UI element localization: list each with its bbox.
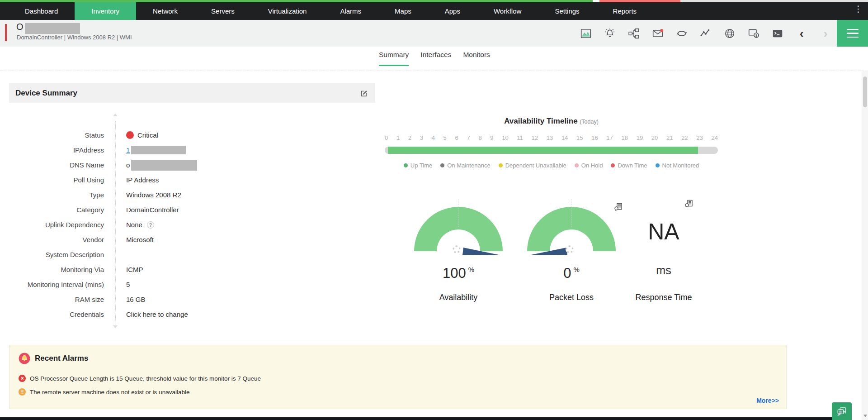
severity-icon: [19, 388, 26, 396]
field-label: Type: [14, 191, 104, 199]
availability-timeline-bar: [385, 147, 718, 154]
timeline-legend: Up Time On Maintenance Dependent Unavail…: [376, 162, 727, 169]
alarm-list: OS Processor Queue Length is 15 Queue, t…: [19, 372, 261, 399]
tab[interactable]: Summary: [379, 51, 409, 66]
hour-label: 11: [517, 134, 523, 141]
nav-item[interactable]: Virtualization: [251, 2, 324, 20]
response-time-label: Response Time: [619, 293, 708, 302]
nav-item[interactable]: Alarms: [323, 2, 378, 20]
field-row: DNS Name o: [14, 158, 303, 172]
field-value: o: [126, 161, 130, 169]
gauge-hub: [566, 245, 574, 253]
svg-text:$: $: [755, 33, 758, 37]
availability-gauge: 100% Availability: [414, 207, 503, 306]
nav-item[interactable]: Servers: [194, 2, 251, 20]
field-row: Poll Using IP Address: [14, 172, 303, 187]
nav-back-icon[interactable]: ‹: [796, 28, 807, 39]
overflow-menu-icon[interactable]: ⋮: [854, 0, 863, 18]
field-value[interactable]: Click here to change: [126, 310, 188, 318]
web-globe-icon[interactable]: [724, 28, 736, 39]
field-label: Uplink Dependency: [14, 221, 104, 229]
device-subtitle: DomainController | Windows 2008 R2 | WMI: [17, 34, 132, 41]
nav-forward-icon[interactable]: ›: [820, 28, 831, 39]
hour-label: 7: [467, 134, 470, 141]
terminal-icon[interactable]: [772, 28, 783, 39]
hour-label: 4: [432, 134, 435, 141]
field-label: RAM size: [14, 296, 104, 303]
hamburger-menu-icon[interactable]: [837, 20, 868, 47]
nav-item[interactable]: Maps: [378, 2, 428, 20]
workflow-icon[interactable]: [628, 28, 640, 39]
field-row: System Description: [14, 247, 303, 262]
hour-label: 18: [622, 134, 628, 141]
field-label: System Description: [14, 251, 104, 258]
collapse-up-icon[interactable]: [113, 114, 118, 116]
hour-label: 17: [606, 134, 613, 141]
device-summary-fields: Status Critical IPAddress 1 DNS Name: [14, 128, 303, 322]
field-label: Status: [14, 131, 104, 139]
legend-item: Dependent Unavailable: [499, 162, 566, 169]
nav-item[interactable]: Apps: [428, 2, 477, 20]
hour-label: 9: [490, 134, 493, 141]
help-icon[interactable]: ?: [147, 221, 154, 229]
main-navbar: DashboardInventoryNetworkServersVirtuali…: [0, 2, 868, 20]
field-row: Status Critical: [14, 128, 303, 143]
report-icon[interactable]: [614, 202, 623, 211]
nav-item[interactable]: Inventory: [75, 2, 136, 20]
hour-label: 15: [576, 134, 583, 141]
nav-item[interactable]: Workflow: [477, 2, 538, 20]
legend-dot: [499, 163, 503, 167]
field-value[interactable]: 1: [126, 146, 130, 154]
packet-loss-gauge: 0% Packet Loss: [527, 207, 616, 306]
response-time-unit: ms: [619, 264, 708, 277]
critical-status-icon: [126, 131, 134, 139]
field-label: IPAddress: [14, 146, 104, 154]
nav-item[interactable]: Reports: [596, 2, 654, 20]
tab[interactable]: Interfaces: [420, 51, 451, 66]
live-chat-button[interactable]: [832, 402, 852, 420]
field-value: Windows 2008 R2: [126, 191, 181, 199]
field-label: Monitoring Via: [14, 266, 104, 273]
device-summary-header: Device Summary: [9, 83, 375, 103]
mail-unread-icon[interactable]: [652, 28, 664, 39]
area-chart-icon[interactable]: [580, 28, 592, 39]
field-value: Microsoft: [126, 236, 154, 243]
packet-loss-label: Packet Loss: [527, 293, 616, 302]
device-tabs: SummaryInterfacesMonitors: [379, 51, 490, 66]
alarm-bell-icon[interactable]: [604, 28, 616, 39]
gauge-center-tick: [571, 199, 571, 227]
status-accent-bar: [5, 24, 7, 41]
response-time-value: NA: [619, 219, 708, 245]
more-alarms-link[interactable]: More>>: [756, 397, 779, 404]
nav-item[interactable]: Dashboard: [8, 2, 75, 20]
scrollbar-down-arrow[interactable]: [863, 415, 867, 417]
legend-item: On Maintenance: [440, 162, 490, 169]
alarm-item[interactable]: OS Processor Queue Length is 15 Queue, t…: [19, 372, 261, 385]
legend-item: On Hold: [575, 162, 603, 169]
nav-item[interactable]: Settings: [538, 2, 596, 20]
gauge-hub: [453, 245, 461, 253]
tab[interactable]: Monitors: [463, 51, 490, 66]
field-label: Poll Using: [14, 176, 104, 184]
rediscover-loop-icon[interactable]: [676, 28, 688, 39]
response-time-metric: NA ms Response Time: [619, 207, 708, 306]
hour-label: 13: [547, 134, 553, 141]
uptime-segment: [388, 147, 698, 154]
edit-icon[interactable]: [360, 89, 369, 98]
vertical-scrollbar[interactable]: [862, 71, 868, 420]
timeline-hour-scale: 0123456789101112131415161718192021222324: [385, 134, 718, 141]
hour-label: 23: [696, 134, 703, 141]
collapse-down-icon[interactable]: [113, 325, 118, 328]
field-row: RAM size 16 GB: [14, 292, 303, 307]
scrollbar-thumb[interactable]: [863, 76, 867, 107]
alarm-item[interactable]: The remote server machine does not exist…: [19, 385, 261, 399]
remote-process-icon[interactable]: $: [748, 28, 760, 39]
hour-label: 14: [561, 134, 568, 141]
fields-divider: [115, 121, 116, 323]
hour-label: 2: [408, 134, 411, 141]
report-icon[interactable]: [684, 199, 693, 208]
performance-graph-icon[interactable]: [700, 28, 712, 39]
hour-label: 20: [651, 134, 658, 141]
nav-item[interactable]: Network: [136, 2, 194, 20]
hour-label: 19: [637, 134, 643, 141]
